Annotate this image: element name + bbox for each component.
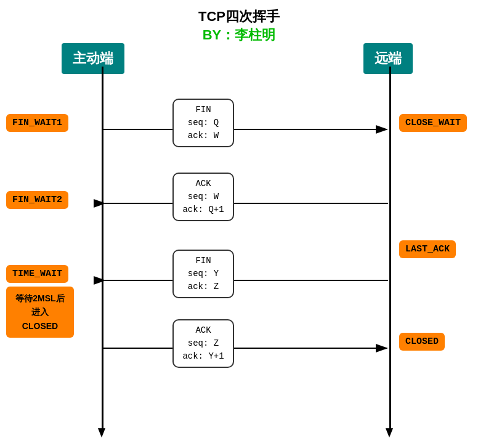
msg-box-fin1: FIN seq: Q ack: W [172, 99, 234, 147]
state-time-wait: TIME_WAIT [6, 265, 68, 283]
state-closed-right: CLOSED [399, 333, 445, 351]
state-wait-closed: 等待2MSL后进入CLOSED [6, 287, 74, 338]
msg-box-ack1: ACK seq: W ack: Q+1 [172, 173, 234, 221]
msg3-line2: seq: Y [182, 267, 224, 280]
title-main: TCP四次挥手 [0, 7, 478, 26]
msg-box-fin2: FIN seq: Y ack: Z [172, 250, 234, 298]
msg4-line3: ack: Y+1 [182, 350, 224, 363]
msg2-line2: seq: W [182, 190, 224, 203]
msg2-line1: ACK [182, 177, 224, 190]
left-header: 主动端 [62, 43, 124, 74]
right-header: 远端 [363, 43, 413, 74]
title-sub: BY：李柱明 [0, 26, 478, 44]
msg2-line3: ack: Q+1 [182, 203, 224, 216]
left-vline [102, 67, 103, 430]
state-close-wait: CLOSE_WAIT [399, 114, 467, 132]
msg-box-ack2: ACK seq: Z ack: Y+1 [172, 319, 234, 368]
state-fin-wait2: FIN_WAIT2 [6, 191, 68, 209]
msg1-line2: seq: Q [182, 116, 224, 129]
state-last-ack: LAST_ACK [399, 240, 456, 258]
msg4-line1: ACK [182, 324, 224, 337]
wait-closed-text: 等待2MSL后进入CLOSED [15, 293, 64, 331]
right-vline [389, 67, 391, 430]
msg3-line1: FIN [182, 255, 224, 267]
state-fin-wait1: FIN_WAIT1 [6, 114, 68, 132]
msg4-line2: seq: Z [182, 337, 224, 350]
msg1-line1: FIN [182, 104, 224, 116]
msg3-line3: ack: Z [182, 280, 224, 293]
title-area: TCP四次挥手 BY：李柱明 [0, 0, 478, 44]
msg1-line3: ack: W [182, 129, 224, 142]
